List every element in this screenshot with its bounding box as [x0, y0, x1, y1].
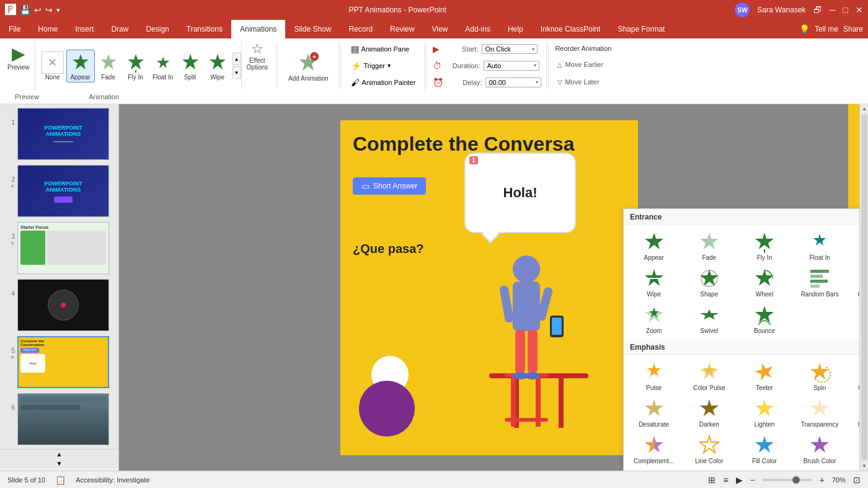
- share-button[interactable]: Share: [843, 25, 863, 33]
- customize-icon[interactable]: ▾: [56, 6, 60, 14]
- anim-darken-item[interactable]: Darken: [681, 394, 737, 430]
- anim-colorpulse-item[interactable]: Color Pulse: [681, 357, 737, 394]
- anim-fontcolor-item[interactable]: A Font Color: [848, 430, 859, 467]
- redo-icon[interactable]: ↪: [45, 5, 53, 15]
- anim-teeter-item[interactable]: Teeter: [737, 357, 792, 394]
- scroll-up-arrow[interactable]: ▲: [860, 104, 868, 113]
- anim-lighten-item[interactable]: Lighten: [737, 394, 792, 430]
- anim-wipe[interactable]: Wipe: [204, 50, 231, 82]
- anim-linecolor-item[interactable]: Line Color: [681, 430, 737, 467]
- anim-none[interactable]: ✕ None: [39, 50, 66, 82]
- scroll-down-arrow[interactable]: ▼: [860, 461, 868, 471]
- anim-split-item[interactable]: Split: [848, 227, 859, 264]
- move-earlier-button[interactable]: △ Move Earlier: [555, 60, 611, 69]
- slide-thumb-2[interactable]: 2 ★ POWERPOINTANIMATIONS: [2, 164, 116, 218]
- anim-shape-item[interactable]: Shape: [681, 264, 737, 300]
- maximize-icon[interactable]: □: [843, 5, 848, 15]
- slide-thumb-5[interactable]: 5 ★ Complete theConversation Short Ans H…: [2, 335, 116, 389]
- anim-fade[interactable]: Fade: [95, 50, 122, 82]
- anim-growshrink-item[interactable]: Grow/Shrink: [848, 357, 859, 394]
- anim-wipe-item[interactable]: Wipe: [626, 264, 681, 300]
- tab-transitions[interactable]: Transitions: [178, 20, 231, 38]
- tab-design[interactable]: Design: [137, 20, 177, 38]
- anim-swivel-item[interactable]: Swivel: [681, 300, 737, 337]
- anim-fillcolor-item[interactable]: Fill Color: [737, 430, 792, 467]
- notes-icon[interactable]: 📋: [55, 475, 66, 485]
- view-outline-icon[interactable]: ≡: [723, 475, 728, 485]
- right-scrollbar[interactable]: ▲ ▼: [859, 104, 868, 471]
- anim-objectcolor-item[interactable]: Object Color: [848, 394, 859, 430]
- undo-icon[interactable]: ↩: [34, 5, 42, 15]
- preview-button[interactable]: ▶ Preview: [2, 41, 35, 91]
- animation-pane-button[interactable]: ▤ Animation Pane: [347, 43, 420, 55]
- anim-boldreveal-item[interactable]: B Bold Reveal: [737, 467, 792, 471]
- duration-dropdown[interactable]: Auto ▾: [484, 61, 539, 71]
- trigger-button[interactable]: ⚡ Trigger ▾: [347, 60, 420, 72]
- close-icon[interactable]: ✕: [856, 5, 863, 15]
- slide-scroll-down[interactable]: ▼: [55, 459, 64, 468]
- tab-addins[interactable]: Add-ins: [456, 20, 499, 38]
- tab-file[interactable]: File: [0, 20, 29, 38]
- slide-thumb-1[interactable]: 1 POWERPOINTANIMATIONS ━━━━━━━━: [2, 107, 116, 161]
- tab-slideshow[interactable]: Slide Show: [285, 20, 340, 38]
- slide-thumb-4[interactable]: 4: [2, 278, 116, 332]
- anim-bounce-item[interactable]: Bounce: [737, 300, 792, 337]
- anim-underline-item[interactable]: U Underline: [626, 467, 681, 471]
- anim-brushcolor-item[interactable]: Brush Color: [792, 430, 848, 467]
- tab-draw[interactable]: Draw: [102, 20, 137, 38]
- restore-icon[interactable]: 🗗: [813, 5, 822, 15]
- tell-me-label[interactable]: Tell me: [815, 25, 838, 33]
- move-later-button[interactable]: ▽ Move Later: [555, 77, 611, 87]
- tab-review[interactable]: Review: [381, 20, 423, 38]
- tab-inknoe[interactable]: Inknoe ClassPoint: [532, 20, 609, 38]
- anim-wave-item[interactable]: A Wave: [792, 467, 848, 471]
- anim-transparency-item[interactable]: Transparency: [792, 394, 848, 430]
- user-avatar[interactable]: SW: [735, 2, 750, 17]
- anim-complement-item[interactable]: Complement...: [626, 430, 681, 467]
- tab-help[interactable]: Help: [499, 20, 532, 38]
- anim-zoom-item[interactable]: Zoom: [626, 300, 681, 337]
- animation-painter-button[interactable]: 🖌 Animation Painter: [347, 76, 420, 89]
- anim-wheel-item[interactable]: Wheel: [737, 264, 792, 300]
- view-normal-icon[interactable]: ⊞: [708, 475, 715, 485]
- zoom-slider[interactable]: [763, 479, 812, 481]
- delay-input[interactable]: 00.00 ▾: [485, 78, 541, 87]
- tab-view[interactable]: View: [423, 20, 456, 38]
- anim-appear-item[interactable]: Appear: [626, 227, 681, 264]
- tab-record[interactable]: Record: [340, 20, 381, 38]
- anim-randombars-item[interactable]: Random Bars: [792, 264, 848, 300]
- short-answer-button[interactable]: ▭ Short Answer: [353, 177, 426, 195]
- anim-fade-item[interactable]: Fade: [681, 227, 737, 264]
- anim-spin-item[interactable]: Spin: [792, 357, 848, 394]
- slide-scroll-up[interactable]: ▲: [55, 450, 64, 459]
- add-animation-button[interactable]: + Add Animation: [283, 48, 334, 84]
- anim-boldflash-item[interactable]: B Bold Flash: [681, 467, 737, 471]
- animation-scroll[interactable]: ▲ ▼: [232, 41, 241, 91]
- fit-slide-icon[interactable]: ⊡: [853, 475, 861, 485]
- scroll-down-btn[interactable]: ▼: [232, 66, 241, 79]
- view-slideshow-icon[interactable]: ▶: [736, 475, 743, 485]
- zoom-in-icon[interactable]: +: [820, 475, 825, 485]
- tab-animations[interactable]: Animations: [231, 20, 285, 38]
- anim-floatin-item[interactable]: Float In: [792, 227, 848, 264]
- tab-home[interactable]: Home: [29, 20, 66, 38]
- anim-pulse-item[interactable]: Pulse: [626, 357, 681, 394]
- anim-flyin-item[interactable]: Fly In: [737, 227, 792, 264]
- tab-insert[interactable]: Insert: [66, 20, 102, 38]
- effect-options-button[interactable]: ☆ EffectOptions: [241, 41, 273, 91]
- start-dropdown[interactable]: On Click ▾: [482, 44, 538, 54]
- accessibility-label[interactable]: Accessibility: Investigate: [76, 476, 149, 484]
- anim-flyin[interactable]: Fly In: [122, 50, 149, 82]
- tab-shape-format[interactable]: Shape Format: [609, 20, 673, 38]
- scroll-up-btn[interactable]: ▲: [232, 53, 241, 65]
- anim-appear[interactable]: Appear: [66, 50, 95, 82]
- anim-desaturate-item[interactable]: Desaturate: [626, 394, 681, 430]
- zoom-out-icon[interactable]: −: [750, 475, 755, 485]
- anim-floatin[interactable]: Float In: [149, 50, 177, 82]
- scroll-track[interactable]: [861, 115, 867, 460]
- slide-thumb-3[interactable]: 3 ★ Starter Focus: [2, 221, 116, 275]
- save-icon[interactable]: 💾: [20, 5, 30, 15]
- slide-thumb-6[interactable]: 6: [2, 392, 116, 446]
- anim-growturn-item[interactable]: Grow & Turn: [848, 264, 859, 300]
- zoom-level[interactable]: 70%: [832, 476, 846, 484]
